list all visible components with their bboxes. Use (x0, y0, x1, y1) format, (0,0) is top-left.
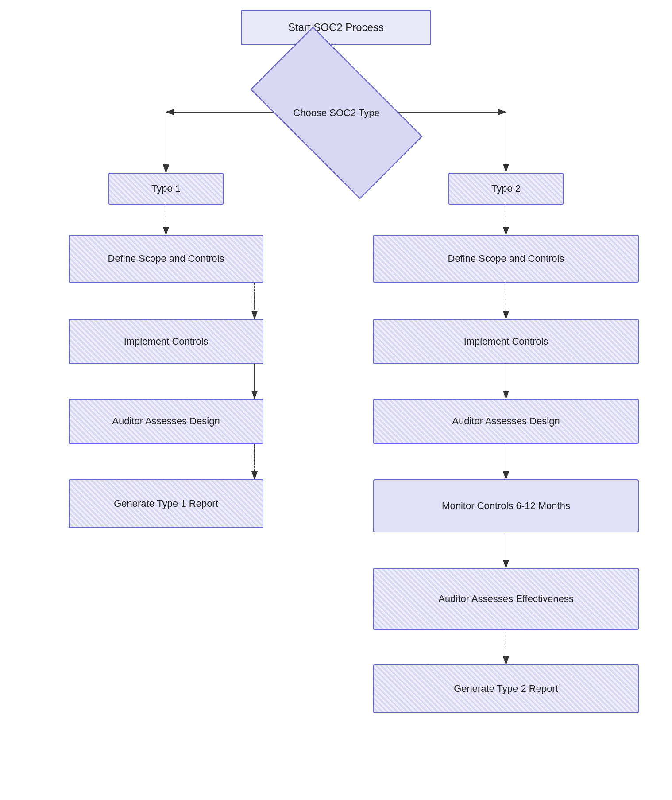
type2-report-box: Generate Type 2 Report (373, 664, 639, 713)
type1-assess-design-box: Auditor Assesses Design (69, 399, 263, 444)
start-box: Start SOC2 Process (241, 10, 431, 45)
type2-assess-effectiveness-box: Auditor Assesses Effectiveness (373, 568, 639, 630)
type2-assess-design-box: Auditor Assesses Design (373, 399, 639, 444)
decision-diamond-wrapper: Choose SOC2 Type (257, 66, 416, 159)
decision-diamond (251, 27, 423, 199)
type1-report-box: Generate Type 1 Report (69, 479, 263, 528)
type2-scope-box: Define Scope and Controls (373, 235, 639, 283)
type2-implement-box: Implement Controls (373, 319, 639, 364)
type2-monitor-box: Monitor Controls 6-12 Months (373, 479, 639, 532)
type1-implement-box: Implement Controls (69, 319, 263, 364)
type1-label-box: Type 1 (108, 173, 224, 205)
type1-scope-box: Define Scope and Controls (69, 235, 263, 283)
type2-label-box: Type 2 (448, 173, 564, 205)
diagram-container: Start SOC2 Process Choose SOC2 Type Type… (0, 0, 672, 800)
